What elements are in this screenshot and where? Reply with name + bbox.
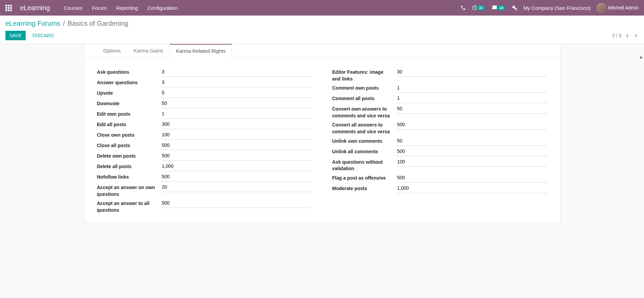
tab-karma-gains[interactable]: Karma Gains — [127, 44, 170, 58]
field-row: Flag a post as offensive — [332, 173, 547, 183]
field-input-wrap — [161, 88, 312, 98]
phone-icon[interactable] — [460, 5, 466, 10]
field-label: Unlink own comments — [332, 136, 397, 145]
left-column: Ask questionsAnswer questionsUpvoteDownv… — [97, 67, 312, 214]
field-row: Close own posts — [97, 130, 312, 140]
field-input-wrap — [161, 98, 312, 108]
field-label: Accept an answer to all questions — [97, 198, 161, 213]
field-input-wrap — [397, 157, 547, 167]
breadcrumb-current: Basics of Gardening — [68, 20, 128, 27]
karma-input[interactable] — [161, 151, 312, 161]
breadcrumb: eLearning Forums / Basics of Gardening — [5, 20, 639, 27]
karma-input[interactable] — [161, 67, 312, 77]
nav-courses[interactable]: Courses — [64, 5, 82, 11]
brand[interactable]: eLearning — [20, 4, 50, 12]
discard-button[interactable]: Discard — [28, 31, 58, 40]
field-label: Comment all posts — [332, 93, 397, 102]
field-row: Nofollow links — [97, 172, 312, 182]
pager-prev[interactable]: ‹ — [625, 31, 630, 40]
form-sheet: Options Karma Gains Karma Related Rights… — [84, 44, 560, 223]
user-name: Mitchell Admin — [608, 5, 639, 10]
karma-input[interactable] — [397, 146, 547, 156]
karma-input[interactable] — [397, 93, 547, 103]
karma-input[interactable] — [161, 109, 312, 119]
karma-input[interactable] — [161, 161, 312, 171]
karma-input[interactable] — [161, 182, 312, 192]
field-label: Close all posts — [97, 140, 161, 149]
field-row: Edit own posts — [97, 109, 312, 119]
field-row: Accept an answer on own questions — [97, 182, 312, 198]
field-input-wrap — [397, 104, 547, 114]
karma-input[interactable] — [397, 173, 547, 183]
karma-input[interactable] — [161, 198, 312, 208]
karma-input[interactable] — [161, 88, 312, 98]
topbar-right: 31 10 My Company (San Francisco) Mitchel… — [460, 3, 639, 13]
debug-icon[interactable] — [512, 5, 517, 10]
topbar: eLearning Courses Forum Reporting Config… — [0, 0, 644, 16]
tabs: Options Karma Gains Karma Related Rights — [84, 44, 560, 58]
karma-input[interactable] — [161, 172, 312, 182]
karma-input[interactable] — [161, 98, 312, 108]
tab-content: Ask questionsAnswer questionsUpvoteDownv… — [84, 58, 560, 214]
field-row: Convert own answers to comments and vice… — [332, 104, 547, 119]
field-input-wrap — [397, 93, 547, 103]
avatar — [597, 3, 606, 13]
karma-input[interactable] — [161, 130, 312, 140]
field-row: Comment own posts — [332, 83, 547, 93]
apps-icon[interactable] — [5, 5, 12, 11]
field-row: Answer questions — [97, 77, 312, 87]
field-input-wrap — [161, 172, 312, 182]
field-row: Close all posts — [97, 140, 312, 150]
karma-input[interactable] — [397, 83, 547, 93]
karma-input[interactable] — [161, 119, 312, 129]
field-input-wrap — [397, 67, 547, 77]
field-input-wrap — [161, 151, 312, 161]
field-row: Ask questions without validation — [332, 157, 547, 172]
field-label: Comment own posts — [332, 83, 397, 92]
field-input-wrap — [161, 198, 312, 208]
field-row: Ask questions — [97, 67, 312, 77]
field-label: Nofollow links — [97, 172, 161, 181]
company-switcher[interactable]: My Company (San Francisco) — [523, 5, 590, 11]
karma-input[interactable] — [397, 104, 547, 114]
karma-input[interactable] — [397, 157, 547, 167]
field-row: Comment all posts — [332, 93, 547, 103]
karma-input[interactable] — [397, 136, 547, 146]
field-input-wrap — [161, 109, 312, 119]
field-label: Ask questions — [97, 67, 161, 76]
field-label: Edit all posts — [97, 119, 161, 128]
field-row: Delete own posts — [97, 151, 312, 161]
field-label: Answer questions — [97, 77, 161, 86]
control-panel: eLearning Forums / Basics of Gardening S… — [0, 16, 644, 44]
nav-configuration[interactable]: Configuration — [147, 5, 177, 11]
karma-input[interactable] — [161, 77, 312, 87]
field-label: Moderate posts — [332, 183, 397, 192]
activity-icon[interactable]: 31 — [472, 5, 485, 10]
field-row: Unlink all comments — [332, 146, 547, 156]
field-row: Convert all answers to comments and vice… — [332, 120, 547, 135]
field-input-wrap — [397, 83, 547, 93]
field-label: Editor Features: image and links — [332, 67, 397, 82]
field-input-wrap — [397, 146, 547, 156]
breadcrumb-parent[interactable]: eLearning Forums — [5, 20, 60, 27]
nav-reporting[interactable]: Reporting — [116, 5, 138, 11]
field-row: Delete all posts — [97, 161, 312, 171]
user-menu[interactable]: Mitchell Admin — [597, 3, 639, 13]
field-input-wrap — [161, 119, 312, 129]
pager: 2 / 3 ‹ › — [612, 31, 639, 40]
nav-forum[interactable]: Forum — [92, 5, 106, 11]
tab-karma-rights[interactable]: Karma Related Rights — [170, 44, 232, 58]
karma-input[interactable] — [397, 67, 547, 77]
scroll-up-arrow[interactable]: ▲ — [639, 54, 643, 60]
messages-icon[interactable]: 10 — [492, 5, 506, 10]
tab-options[interactable]: Options — [97, 44, 127, 58]
pager-next[interactable]: › — [634, 31, 639, 40]
field-row: Accept an answer to all questions — [97, 198, 312, 213]
save-button[interactable]: Save — [5, 31, 26, 40]
karma-input[interactable] — [397, 120, 547, 130]
field-label: Flag a post as offensive — [332, 173, 397, 182]
karma-input[interactable] — [161, 140, 312, 150]
field-input-wrap — [397, 120, 547, 130]
nav-menu: Courses Forum Reporting Configuration — [64, 5, 177, 11]
karma-input[interactable] — [397, 183, 547, 193]
